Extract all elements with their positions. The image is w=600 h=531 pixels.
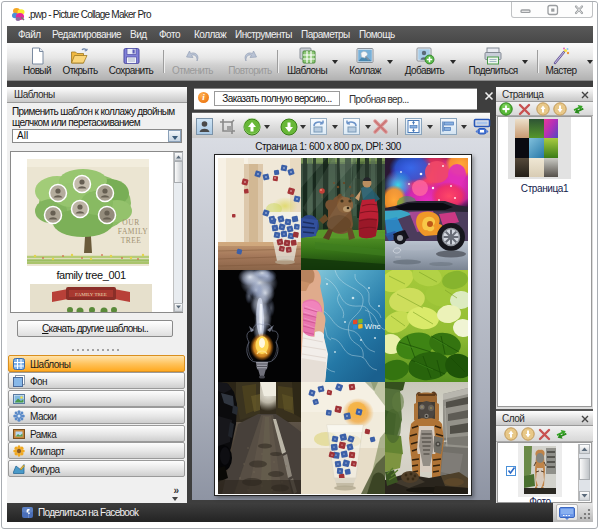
svg-text:TREE: TREE [121,236,142,245]
svg-text:FAMILY: FAMILY [118,227,149,236]
svg-text:Wnc: Wnc [365,322,381,331]
svg-text:OUR: OUR [122,218,139,227]
svg-text:FAMILY TREE: FAMILY TREE [75,292,107,297]
